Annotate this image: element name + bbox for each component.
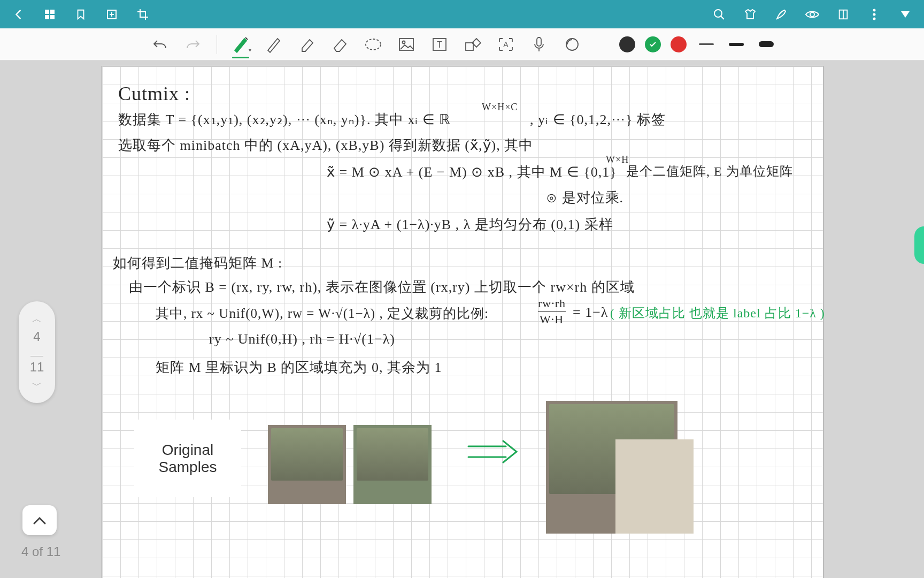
more-icon[interactable] (866, 6, 882, 22)
color-black[interactable] (619, 36, 635, 52)
svg-rect-18 (537, 37, 541, 46)
edit-icon[interactable] (773, 6, 789, 22)
grid-icon[interactable] (42, 6, 58, 22)
page-navigator: ︿ 4 11 ﹀ (19, 301, 55, 403)
note-line: 数据集 T = {(x₁,y₁), (x₂,y₂), ⋯ (xₙ, yₙ)}. … (118, 110, 451, 129)
note-line: x̃ = M ⊙ xA + (E − M) ⊙ xB , 其中 M ∈ {0,1… (327, 163, 617, 181)
svg-rect-16 (466, 43, 473, 50)
note-line: ry ~ Unif(0,H) , rh = H·√(1−λ) (209, 331, 395, 347)
canvas-area: Cutmix : 数据集 T = {(x₁,y₁), (x₂,y₂), ⋯ (x… (0, 60, 924, 578)
note-line: 矩阵 M 里标识为 B 的区域填充为 0, 其余为 1 (156, 358, 442, 377)
expand-button[interactable] (22, 505, 57, 535)
current-page: 4 (33, 329, 40, 344)
note-line: 其中, rx ~ Unif(0,W), rw = W·√(1−λ) , 定义裁剪… (156, 305, 489, 322)
highlighter-tool[interactable] (295, 33, 319, 56)
page-prev-button[interactable]: ︿ (32, 313, 42, 325)
mixed-image-patch (615, 439, 694, 534)
topbar-left-group (11, 6, 151, 22)
back-icon[interactable] (11, 6, 27, 22)
page-counter-inline: 4 11 (30, 329, 44, 375)
pencil-tool[interactable] (262, 33, 286, 56)
color-green[interactable] (645, 36, 661, 52)
preview-icon[interactable] (804, 6, 820, 22)
page-counter-label: 4 of 11 (21, 544, 60, 559)
svg-rect-0 (45, 10, 49, 14)
svg-point-11 (366, 39, 381, 50)
note-annotation: ( 新区域占比 也就是 label 占比 1−λ ) (610, 305, 825, 322)
svg-point-10 (873, 17, 876, 20)
top-app-bar (0, 0, 924, 28)
favorite-icon[interactable] (897, 6, 913, 22)
pen-tool[interactable]: ▾ (229, 33, 252, 56)
ocr-tool[interactable]: A (494, 33, 518, 56)
circle-tool[interactable] (560, 33, 584, 56)
note-sup: W×H×C (482, 102, 518, 113)
note-page[interactable]: Cutmix : 数据集 T = {(x₁,y₁), (x₂,y₂), ⋯ (x… (102, 66, 823, 578)
search-icon[interactable] (711, 6, 727, 22)
split-icon[interactable] (835, 6, 851, 22)
template-icon[interactable] (742, 6, 758, 22)
note-line: 是个二值矩阵, E 为单位矩阵 (626, 163, 793, 180)
note-line: 如何得到二值掩码矩阵 M : (113, 254, 282, 272)
topbar-right-group (711, 6, 913, 22)
side-handle[interactable] (914, 226, 924, 264)
svg-rect-2 (45, 15, 49, 19)
text-tool[interactable]: T (428, 33, 451, 56)
note-title: Cutmix : (118, 82, 190, 105)
note-sup: W×H (606, 154, 629, 165)
note-line: ỹ = λ·yA + (1−λ)·yB , λ 是均匀分布 (0,1) 采样 (327, 215, 613, 234)
sample-label-1: Original (162, 442, 213, 459)
total-pages: 11 (30, 360, 44, 374)
note-frac: W·H (540, 313, 564, 326)
note-line: 选取每个 minibatch 中的 (xA,yA), (xB,yB) 得到新数据… (118, 136, 533, 155)
eraser-tool[interactable] (328, 33, 352, 56)
svg-rect-3 (50, 15, 55, 19)
page-next-button[interactable]: ﹀ (32, 379, 42, 392)
svg-text:A: A (503, 40, 509, 49)
note-frac: rw·rh (538, 296, 566, 312)
note-line: , yᵢ ∈ {0,1,2,⋯} 标签 (530, 110, 666, 129)
svg-point-19 (566, 39, 578, 50)
mic-tool[interactable] (527, 33, 551, 56)
drawing-toolbar: ▾ T A (0, 28, 924, 60)
sample-label-2: Samples (159, 459, 217, 476)
note-line: ⊙ 是对位乘. (546, 188, 623, 207)
crop-icon[interactable] (135, 6, 151, 22)
svg-point-5 (714, 10, 722, 17)
svg-text:T: T (437, 40, 442, 49)
sample-image-b (353, 425, 432, 504)
svg-point-6 (810, 12, 814, 17)
arrow-icon (466, 436, 519, 468)
redo-button[interactable] (181, 33, 205, 56)
stroke-thin[interactable] (696, 36, 717, 52)
bookmark-icon[interactable] (73, 6, 89, 22)
svg-rect-1 (50, 10, 55, 14)
note-line: = 1−λ (573, 305, 608, 321)
separator (217, 35, 217, 54)
shape-tool[interactable] (461, 33, 484, 56)
sample-label-box: Original Samples (134, 420, 241, 497)
undo-button[interactable] (148, 33, 172, 56)
add-page-icon[interactable] (104, 6, 120, 22)
svg-point-8 (873, 9, 876, 11)
lasso-tool[interactable] (361, 33, 385, 56)
note-line: 由一个标识 B = (rx, ry, rw, rh), 表示在图像位置 (rx,… (129, 278, 635, 296)
svg-point-13 (402, 41, 405, 43)
image-tool[interactable] (395, 33, 418, 56)
stroke-medium[interactable] (726, 36, 746, 52)
svg-point-9 (873, 13, 876, 16)
color-red[interactable] (671, 36, 687, 52)
stroke-thick[interactable] (756, 36, 776, 52)
sample-image-a (268, 425, 346, 504)
